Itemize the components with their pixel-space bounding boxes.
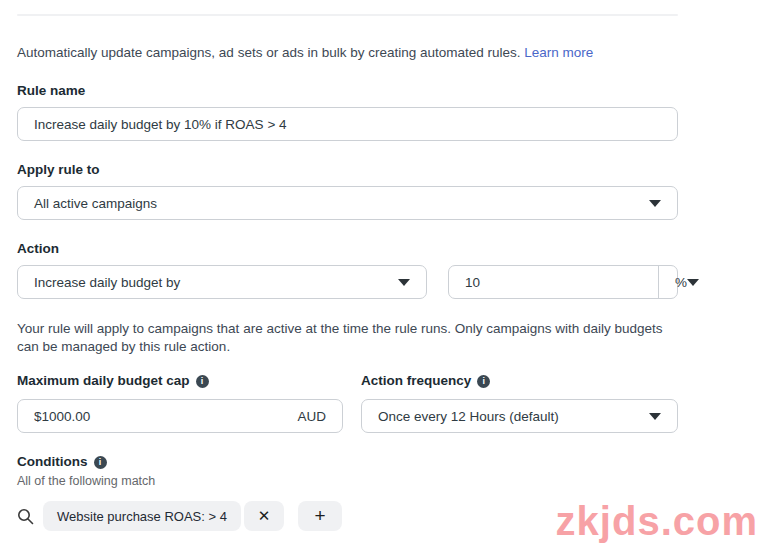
chevron-down-icon <box>398 279 410 286</box>
chevron-down-icon <box>649 200 661 207</box>
conditions-label: Conditions <box>17 455 88 469</box>
action-group: Action Increase daily budget by % <box>17 242 678 299</box>
watermark: zkjds.com <box>556 499 758 544</box>
apply-rule-to-label: Apply rule to <box>17 163 678 177</box>
action-frequency-dropdown[interactable]: Once every 12 Hours (default) <box>361 399 678 433</box>
learn-more-link[interactable]: Learn more <box>524 45 593 60</box>
action-label: Action <box>17 242 678 256</box>
search-icon[interactable] <box>17 508 34 525</box>
budget-cap-group: Maximum daily budget cap i AUD <box>17 374 343 433</box>
plus-icon: + <box>314 505 325 527</box>
action-unit-dropdown[interactable]: % <box>659 266 715 298</box>
rule-name-label: Rule name <box>17 84 678 98</box>
action-controls: Increase daily budget by % <box>17 265 678 299</box>
action-type-dropdown[interactable]: Increase daily budget by <box>17 265 427 299</box>
remove-condition-button[interactable]: ✕ <box>244 501 284 531</box>
budget-cap-label-row: Maximum daily budget cap i <box>17 374 343 388</box>
automated-rule-form: Automatically update campaigns, ad sets … <box>17 0 678 531</box>
rule-name-field-wrap <box>17 107 678 141</box>
apply-rule-to-dropdown[interactable]: All active campaigns <box>17 186 678 220</box>
action-unit-value: % <box>675 275 687 290</box>
budget-cap-input[interactable] <box>34 409 297 424</box>
conditions-match-text: All of the following match <box>17 474 678 489</box>
action-type-value: Increase daily budget by <box>34 275 180 290</box>
budget-frequency-row: Maximum daily budget cap i AUD Action fr… <box>17 374 678 433</box>
intro-description: Automatically update campaigns, ad sets … <box>17 45 521 60</box>
apply-rule-to-value: All active campaigns <box>34 196 157 211</box>
action-frequency-label-row: Action frequency i <box>361 374 678 388</box>
rule-name-group: Rule name <box>17 84 678 141</box>
chevron-down-icon <box>687 279 699 286</box>
info-icon[interactable]: i <box>477 375 490 388</box>
budget-cap-field-wrap: AUD <box>17 399 343 433</box>
close-icon: ✕ <box>258 507 271 525</box>
action-amount-input[interactable] <box>465 275 642 290</box>
chevron-down-icon <box>649 413 661 420</box>
info-icon[interactable]: i <box>94 456 107 469</box>
action-amount-control: % <box>448 265 678 299</box>
apply-rule-to-group: Apply rule to All active campaigns <box>17 163 678 220</box>
budget-cap-label: Maximum daily budget cap <box>17 374 190 388</box>
intro-text: Automatically update campaigns, ad sets … <box>17 44 678 62</box>
action-amount-field-wrap <box>449 266 659 298</box>
action-frequency-value: Once every 12 Hours (default) <box>378 409 559 424</box>
info-icon[interactable]: i <box>196 375 209 388</box>
add-condition-button[interactable]: + <box>298 501 342 531</box>
condition-chip[interactable]: Website purchase ROAS: > 4 <box>43 501 241 531</box>
action-frequency-group: Action frequency i Once every 12 Hours (… <box>361 374 678 433</box>
top-divider <box>17 14 678 16</box>
currency-code: AUD <box>297 409 326 424</box>
rule-name-input[interactable] <box>34 117 661 132</box>
conditions-label-row: Conditions i <box>17 455 678 469</box>
action-frequency-label: Action frequency <box>361 374 471 388</box>
action-note-text: Your rule will apply to campaigns that a… <box>17 320 672 356</box>
